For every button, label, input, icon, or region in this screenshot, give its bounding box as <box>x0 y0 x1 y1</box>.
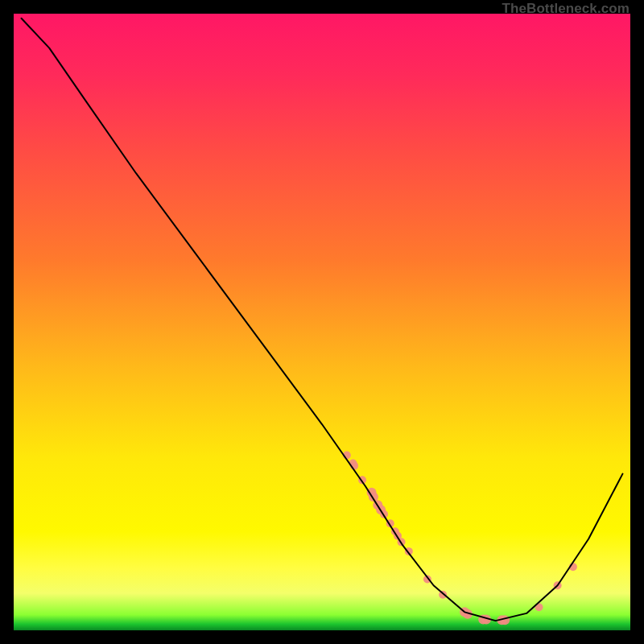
curve-line <box>22 19 623 621</box>
chart-svg <box>12 12 632 632</box>
watermark-text: TheBottleneck.com <box>502 1 630 17</box>
chart-stage: TheBottleneck.com <box>0 0 644 644</box>
